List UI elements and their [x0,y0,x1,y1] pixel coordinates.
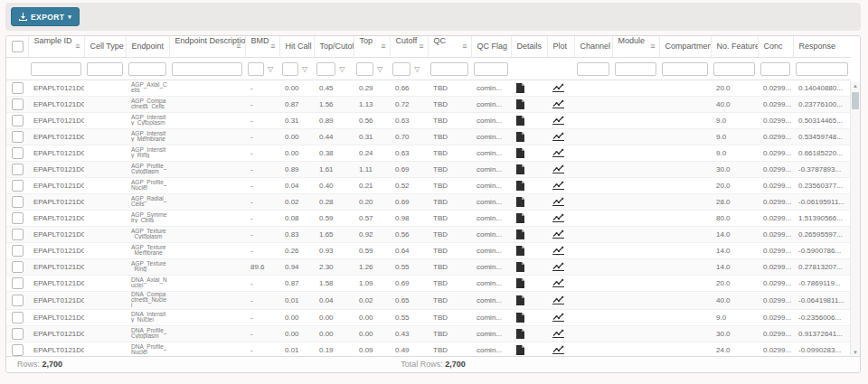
column-header-top[interactable]: ≡Top [354,36,390,57]
scrollbar-thumb[interactable] [852,92,859,109]
details-document-icon[interactable] [516,262,524,272]
column-header-sample_id[interactable]: ≡Sample ID [28,36,84,57]
plot-line-chart-icon[interactable] [552,313,564,322]
details-document-icon[interactable] [516,83,524,93]
row-checkbox[interactable] [12,212,24,224]
column-header-conc[interactable]: Conc [758,36,793,57]
plot-line-chart-icon[interactable] [552,116,564,125]
column-header-hit_call[interactable]: Hit Call [279,36,314,57]
column-header-no_features[interactable]: No. Features [711,36,758,57]
column-header-plot[interactable]: Plot [547,36,574,57]
row-checkbox[interactable] [12,82,24,94]
plot-line-chart-icon[interactable] [552,164,564,173]
export-button[interactable]: EXPORT ▾ [11,7,80,26]
column-menu-icon[interactable]: ≡ [419,36,423,56]
plot-line-chart-icon[interactable] [552,99,564,108]
plot-line-chart-icon[interactable] [552,278,564,287]
plot-line-chart-icon[interactable] [552,345,564,354]
row-checkbox[interactable] [12,147,24,159]
details-document-icon[interactable] [516,164,524,174]
filter-qc-input[interactable] [430,62,468,76]
filter-response-input[interactable] [796,62,848,76]
details-document-icon[interactable] [516,99,524,109]
plot-line-chart-icon[interactable] [552,246,564,255]
column-header-top_cutoff[interactable]: Top/Cutoff [314,36,354,57]
filter-funnel-icon[interactable]: ▽ [302,65,307,73]
filter-qc_flag-input[interactable] [474,62,508,76]
filter-no_features-input[interactable] [713,62,755,76]
select-all-checkbox[interactable] [12,41,24,52]
column-menu-icon[interactable]: ≡ [270,36,275,56]
column-header-compartment[interactable]: Compartment [659,36,711,57]
column-header-bmd[interactable]: ≡BMD [245,36,279,57]
row-checkbox[interactable] [12,295,24,306]
plot-line-chart-icon[interactable] [552,329,564,338]
plot-line-chart-icon[interactable] [552,132,564,141]
column-header-select[interactable] [6,36,28,57]
row-checkbox[interactable] [12,229,24,240]
row-checkbox[interactable] [12,131,24,143]
column-menu-icon[interactable]: ≡ [75,36,80,56]
column-header-qc_flag[interactable]: QC Flag [471,36,511,57]
plot-line-chart-icon[interactable] [552,148,564,157]
filter-bmd-input[interactable] [248,62,264,76]
plot-line-chart-icon[interactable] [552,181,564,190]
details-document-icon[interactable] [516,213,524,223]
row-checkbox[interactable] [12,196,24,208]
row-checkbox[interactable] [12,180,24,192]
plot-line-chart-icon[interactable] [552,197,564,206]
column-header-qc[interactable]: ≡QC [428,36,471,57]
details-document-icon[interactable] [516,229,524,239]
column-header-endpoint_description[interactable]: ≡Endpoint Description [169,36,245,57]
row-checkbox[interactable] [12,344,24,356]
filter-endpoint-input[interactable] [128,62,166,76]
row-checkbox[interactable] [12,245,24,257]
filter-funnel-icon[interactable]: ▽ [339,65,344,73]
filter-compartment-input[interactable] [662,62,708,76]
column-menu-icon[interactable]: ≡ [381,36,385,56]
details-document-icon[interactable] [516,295,524,305]
details-document-icon[interactable] [516,181,524,191]
column-header-response[interactable]: Response [793,36,851,57]
column-header-cell_type[interactable]: Cell Type [84,36,126,57]
filter-hit_call-input[interactable] [282,62,298,76]
details-document-icon[interactable] [516,197,524,207]
plot-line-chart-icon[interactable] [552,213,564,222]
row-checkbox[interactable] [12,115,24,126]
filter-endpoint_description-input[interactable] [172,62,242,76]
plot-line-chart-icon[interactable] [552,229,564,239]
column-menu-icon[interactable]: ≡ [650,36,655,56]
row-checkbox[interactable] [12,277,24,289]
filter-top_cutoff-input[interactable] [316,62,335,76]
filter-sample_id-input[interactable] [31,62,81,76]
filter-funnel-icon[interactable]: ▽ [268,65,273,73]
details-document-icon[interactable] [516,246,524,256]
details-document-icon[interactable] [516,116,524,126]
filter-cell_type-input[interactable] [87,62,123,76]
column-header-cutoff[interactable]: ≡Cutoff [390,36,428,57]
row-checkbox[interactable] [12,164,24,175]
column-header-channel[interactable]: Channel [574,36,612,57]
filter-channel-input[interactable] [577,62,609,76]
scroll-up-icon[interactable]: ▲ [851,81,860,90]
plot-line-chart-icon[interactable] [552,83,564,92]
filter-funnel-icon[interactable]: ▽ [414,65,420,73]
column-header-module[interactable]: ≡Module [612,36,659,57]
row-checkbox[interactable] [12,261,24,273]
filter-funnel-icon[interactable]: ▽ [377,65,382,73]
column-header-endpoint[interactable]: Endpoint [126,36,169,57]
column-menu-icon[interactable]: ≡ [462,36,467,56]
row-checkbox[interactable] [12,328,24,340]
details-document-icon[interactable] [516,278,524,288]
filter-top-input[interactable] [356,62,373,76]
details-document-icon[interactable] [516,313,524,323]
details-document-icon[interactable] [516,132,524,142]
vertical-scrollbar[interactable]: ▲ ▼ [850,81,860,357]
column-header-details[interactable]: Details [511,36,547,57]
plot-line-chart-icon[interactable] [552,262,564,271]
filter-conc-input[interactable] [760,62,790,76]
row-checkbox[interactable] [12,312,24,323]
details-document-icon[interactable] [516,148,524,158]
details-document-icon[interactable] [516,329,524,339]
details-document-icon[interactable] [516,345,524,355]
